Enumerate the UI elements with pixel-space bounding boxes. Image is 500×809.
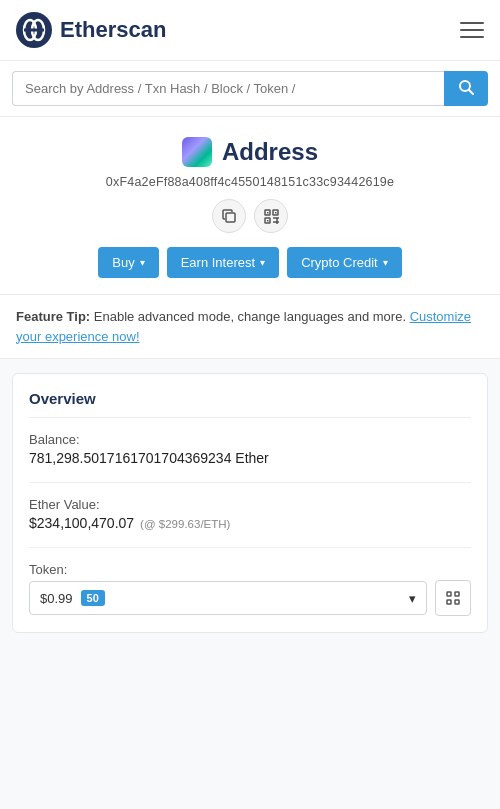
logo-area: Etherscan	[16, 12, 166, 48]
menu-button[interactable]	[460, 22, 484, 38]
earn-interest-caret-icon: ▾	[260, 257, 265, 268]
balance-value: 781,298.5017161701704369234 Ether	[29, 450, 471, 466]
ether-value-label: Ether Value:	[29, 497, 471, 512]
token-count-badge: 50	[81, 590, 105, 606]
address-hash: 0xF4a2eFf88a408ff4c4550148151c33c9344261…	[16, 175, 484, 189]
feature-tip: Feature Tip: Enable advanced mode, chang…	[0, 295, 500, 359]
qr-icon	[264, 209, 279, 224]
header: Etherscan	[0, 0, 500, 61]
token-expand-button[interactable]	[435, 580, 471, 616]
address-title: Address	[222, 138, 318, 166]
overview-card: Overview Balance: 781,298.50171617017043…	[12, 373, 488, 633]
svg-rect-18	[447, 600, 451, 604]
divider-1	[29, 482, 471, 483]
copy-button[interactable]	[212, 199, 246, 233]
etherscan-logo-icon	[16, 12, 52, 48]
feature-tip-prefix: Feature Tip:	[16, 309, 90, 324]
search-bar	[0, 61, 500, 117]
address-section: Address 0xF4a2eFf88a408ff4c4550148151c33…	[0, 117, 500, 295]
svg-rect-19	[455, 600, 459, 604]
balance-row: Balance: 781,298.5017161701704369234 Eth…	[29, 432, 471, 466]
address-icon	[182, 137, 212, 167]
ether-value-sub: (@ $299.63/ETH)	[140, 518, 230, 530]
svg-line-5	[469, 90, 473, 94]
qr-button[interactable]	[254, 199, 288, 233]
svg-rect-11	[275, 212, 277, 214]
ether-value-main: $234,100,470.07	[29, 515, 134, 531]
copy-icon	[222, 209, 237, 224]
balance-label: Balance:	[29, 432, 471, 447]
token-value: $0.99	[40, 591, 73, 606]
address-title-row: Address	[16, 137, 484, 167]
token-row: Token: $0.99 50 ▾	[29, 562, 471, 616]
earn-interest-button[interactable]: Earn Interest ▾	[167, 247, 279, 278]
token-label: Token:	[29, 562, 471, 577]
svg-rect-6	[226, 213, 235, 222]
expand-icon	[446, 591, 460, 605]
token-select-row: $0.99 50 ▾	[29, 580, 471, 616]
svg-rect-16	[447, 592, 451, 596]
search-input[interactable]	[12, 71, 444, 106]
earn-interest-label: Earn Interest	[181, 255, 255, 270]
crypto-credit-label: Crypto Credit	[301, 255, 378, 270]
search-icon	[458, 79, 474, 95]
divider-2	[29, 547, 471, 548]
svg-rect-10	[267, 212, 269, 214]
buy-button[interactable]: Buy ▾	[98, 247, 158, 278]
crypto-credit-caret-icon: ▾	[383, 257, 388, 268]
action-buttons: Buy ▾ Earn Interest ▾ Crypto Credit ▾	[16, 247, 484, 278]
feature-tip-text: Enable advanced mode, change languages a…	[90, 309, 409, 324]
svg-rect-17	[455, 592, 459, 596]
overview-title: Overview	[29, 390, 471, 418]
app-name: Etherscan	[60, 17, 166, 43]
buy-label: Buy	[112, 255, 134, 270]
buy-caret-icon: ▾	[140, 257, 145, 268]
address-actions	[16, 199, 484, 233]
crypto-credit-button[interactable]: Crypto Credit ▾	[287, 247, 402, 278]
token-dropdown[interactable]: $0.99 50 ▾	[29, 581, 427, 615]
dropdown-caret-icon: ▾	[409, 591, 416, 606]
ether-value-display: $234,100,470.07 (@ $299.63/ETH)	[29, 515, 471, 531]
search-button[interactable]	[444, 71, 488, 106]
svg-rect-12	[267, 220, 269, 222]
ether-value-row: Ether Value: $234,100,470.07 (@ $299.63/…	[29, 497, 471, 531]
token-select-left: $0.99 50	[40, 590, 105, 606]
